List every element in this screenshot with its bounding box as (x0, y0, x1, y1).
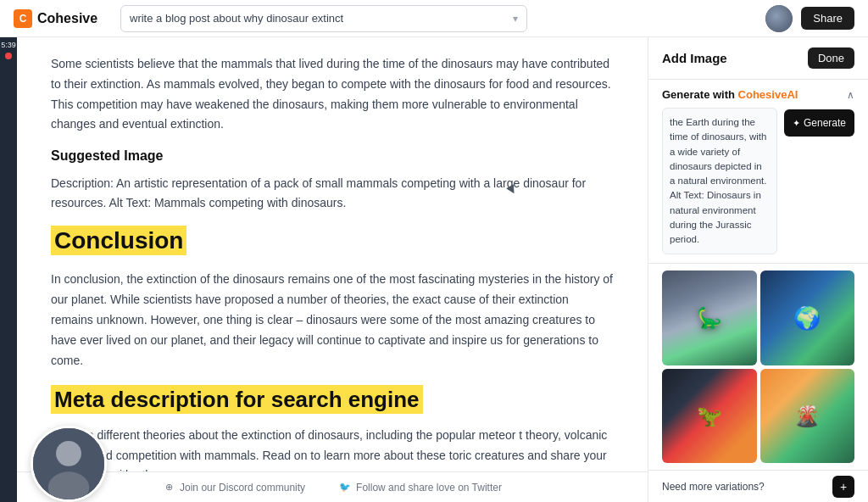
images-grid (648, 264, 868, 470)
image-thumb-1[interactable] (662, 271, 757, 365)
intro-paragraph: Some scientists believe that the mammals… (51, 54, 614, 135)
svg-point-1 (56, 441, 81, 466)
user-avatar-bottom (31, 426, 107, 502)
conclusion-paragraph: In conclusion, the extinction of the din… (51, 270, 614, 371)
left-panel: Some scientists believe that the mammals… (17, 37, 648, 502)
description-text: Description: An artistic representation … (51, 174, 614, 212)
dino-image-3 (662, 369, 757, 464)
time-text: 5:39 (1, 41, 16, 49)
main: 5:39 Some scientists believe that the ma… (0, 37, 868, 502)
chevron-down-icon: ▾ (513, 13, 518, 25)
add-image-title: Add Image (662, 51, 727, 65)
time-bar-sidebar: 5:39 (0, 37, 17, 502)
discord-text: Join our Discord community (180, 482, 305, 494)
variations-text: Need more variations? (662, 481, 765, 493)
brand-name: CohesiveAI (738, 88, 798, 101)
conclusion-heading: Conclusion (51, 226, 186, 255)
logo-icon: C (14, 9, 32, 28)
bottom-bar: ⊕ Join our Discord community 🐦 Follow an… (17, 471, 648, 502)
search-bar[interactable]: ▾ (120, 5, 527, 32)
image-thumb-4[interactable] (760, 369, 855, 464)
content-area: Some scientists believe that the mammals… (17, 37, 648, 471)
meta-paragraph: over the different theories about the ex… (51, 426, 614, 471)
header-right: Share (765, 5, 854, 32)
chevron-up-icon[interactable]: ∧ (847, 89, 854, 101)
prompt-box: the Earth during the time of dinosaurs, … (662, 108, 854, 254)
generate-button[interactable]: ✦ Generate (784, 109, 854, 137)
twitter-text: Follow and share love on Twitter (356, 482, 502, 494)
generate-title: Generate with CohesiveAI (662, 88, 798, 101)
twitter-icon: 🐦 (339, 482, 351, 494)
avatar (765, 5, 793, 32)
dino-image-2 (760, 271, 855, 365)
image-thumb-3[interactable] (662, 369, 757, 464)
dino-image-1 (662, 271, 757, 365)
search-input[interactable] (130, 12, 513, 25)
generate-section: Generate with CohesiveAI ∧ the Earth dur… (648, 80, 868, 264)
svg-point-2 (48, 471, 90, 502)
suggested-image-heading: Suggested Image (51, 148, 614, 164)
done-button[interactable]: Done (808, 47, 854, 69)
discord-icon: ⊕ (163, 482, 175, 494)
logo-area: C Cohesive (14, 9, 107, 28)
generate-title-row: Generate with CohesiveAI ∧ (662, 88, 854, 101)
variations-row: Need more variations? + (648, 470, 868, 502)
logo-text: Cohesive (37, 11, 97, 26)
header: C Cohesive ▾ Share (0, 0, 868, 37)
sparkle-icon: ✦ (793, 118, 800, 129)
discord-link[interactable]: ⊕ Join our Discord community (163, 482, 305, 494)
right-sidebar: Add Image Done Generate with CohesiveAI … (648, 37, 868, 502)
twitter-link[interactable]: 🐦 Follow and share love on Twitter (339, 482, 502, 494)
prompt-text-area[interactable]: the Earth during the time of dinosaurs, … (662, 108, 777, 254)
sidebar-header: Add Image Done (648, 37, 868, 80)
image-thumb-2[interactable] (760, 271, 855, 365)
variations-plus-button[interactable]: + (832, 476, 854, 498)
dino-image-4 (760, 369, 855, 464)
meta-heading-wrap: Meta description for search engine (51, 384, 614, 415)
share-button[interactable]: Share (801, 7, 854, 30)
meta-heading: Meta description for search engine (51, 385, 423, 414)
recording-dot (5, 53, 12, 59)
user-avatar-image (33, 428, 104, 499)
conclusion-heading-wrap: Conclusion (51, 226, 614, 256)
